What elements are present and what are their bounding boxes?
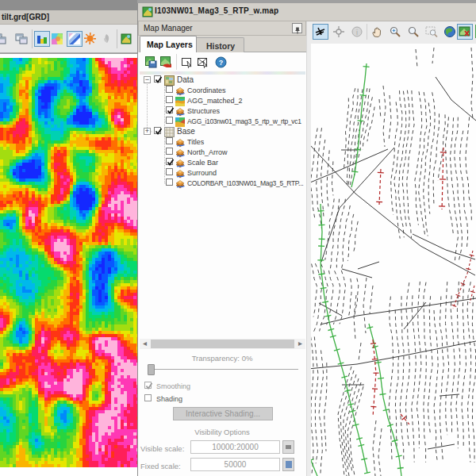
- svg-text:?: ?: [219, 59, 224, 67]
- svg-text:i: i: [356, 29, 358, 36]
